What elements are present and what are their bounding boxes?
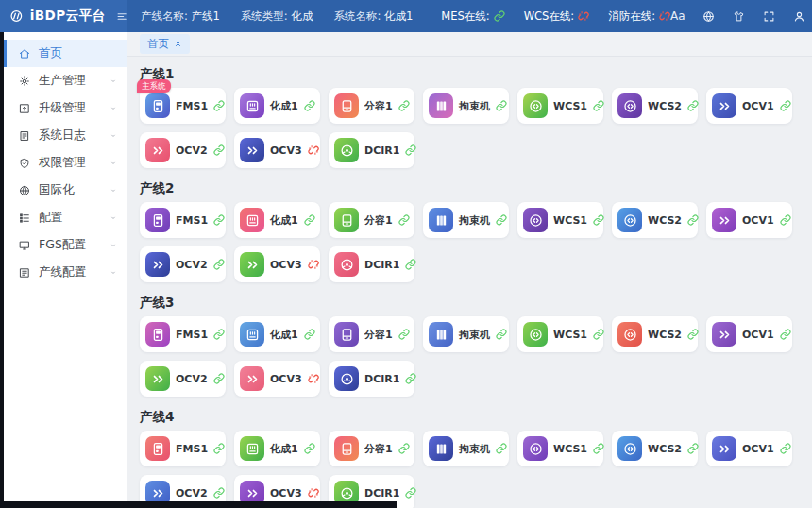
app-card[interactable]: FMS1 — [140, 431, 226, 466]
app-card[interactable]: 拘束机 — [423, 202, 509, 238]
link-icon[interactable] — [687, 100, 699, 111]
link-icon[interactable] — [593, 100, 604, 111]
app-card[interactable]: OCV3 — [234, 132, 320, 168]
link-icon[interactable] — [398, 329, 410, 340]
app-card[interactable]: WCS2 — [612, 316, 698, 352]
link-icon[interactable] — [780, 443, 791, 454]
link-icon[interactable] — [304, 214, 315, 226]
app-card[interactable]: OCV1 — [706, 88, 792, 124]
theme-button[interactable] — [732, 9, 746, 24]
card-label: 分容1 — [364, 328, 393, 342]
broken-link-icon[interactable] — [308, 259, 319, 270]
app-card[interactable]: OCV2 — [140, 361, 226, 397]
link-icon[interactable] — [213, 144, 225, 156]
link-icon[interactable] — [496, 100, 507, 111]
app-card[interactable]: OCV3 — [234, 246, 320, 282]
font-size-button[interactable]: Aa — [670, 9, 685, 23]
app-card[interactable]: 化成1 — [234, 202, 320, 238]
card-label: WCS2 — [648, 443, 682, 455]
app-card[interactable]: 分容1 — [329, 316, 414, 352]
link-icon[interactable] — [213, 487, 225, 499]
app-card[interactable]: 主系统FMS1 — [140, 88, 226, 124]
link-icon[interactable] — [687, 329, 699, 340]
link-icon[interactable] — [593, 443, 604, 454]
sidebar-item-fgs-config[interactable]: FGS配置 — [4, 231, 127, 259]
link-icon[interactable] — [687, 214, 699, 226]
link-icon[interactable] — [780, 100, 791, 111]
sidebar-item-i18n[interactable]: 国际化 — [4, 177, 127, 204]
link-icon[interactable] — [405, 487, 416, 499]
link-icon[interactable] — [593, 329, 604, 340]
link-icon[interactable] — [398, 443, 410, 454]
app-card[interactable]: 拘束机 — [423, 431, 509, 466]
sidebar-item-home[interactable]: 首页 — [4, 40, 127, 67]
link-icon[interactable] — [398, 214, 410, 226]
app-card[interactable]: 化成1 — [234, 316, 320, 352]
status-wcs-online: WCS在线: — [524, 9, 590, 24]
app-card[interactable]: OCV2 — [140, 246, 226, 282]
sidebar-item-system-logs[interactable]: 系统日志 — [4, 122, 127, 149]
chevron-down-icon — [109, 213, 118, 223]
link-icon[interactable] — [496, 329, 507, 340]
link-icon[interactable] — [405, 373, 416, 384]
fullscreen-button[interactable] — [762, 9, 776, 24]
app-card[interactable]: 分容1 — [329, 88, 414, 124]
link-icon[interactable] — [593, 214, 604, 226]
sidebar-item-config[interactable]: 配置 — [4, 204, 127, 231]
link-icon[interactable] — [213, 214, 225, 226]
app-card[interactable]: WCS1 — [517, 202, 603, 238]
link-icon[interactable] — [496, 443, 507, 454]
app-card[interactable]: OCV1 — [706, 202, 792, 238]
link-icon[interactable] — [213, 373, 225, 384]
sidebar-item-production[interactable]: 生产管理 — [4, 67, 127, 94]
sidebar-item-permissions[interactable]: 权限管理 — [4, 149, 127, 177]
app-card[interactable]: DCIR1 — [329, 246, 414, 282]
tab-close-icon[interactable] — [174, 40, 182, 48]
app-card[interactable]: WCS1 — [517, 431, 603, 466]
link-icon[interactable] — [213, 259, 225, 270]
card-label: FMS1 — [176, 329, 208, 341]
link-icon[interactable] — [780, 329, 791, 340]
app-card[interactable]: OCV3 — [234, 361, 320, 397]
link-icon[interactable] — [213, 329, 225, 340]
link-icon[interactable] — [304, 443, 315, 454]
app-card[interactable]: WCS1 — [517, 88, 603, 124]
card-label: 化成1 — [270, 328, 298, 342]
app-card[interactable]: 分容1 — [329, 431, 414, 466]
broken-link-icon[interactable] — [308, 373, 319, 384]
sidebar-collapse-icon[interactable] — [116, 9, 127, 24]
user-button[interactable] — [792, 9, 806, 24]
app-card[interactable]: 化成1 — [234, 431, 320, 466]
link-icon[interactable] — [780, 214, 791, 226]
app-card[interactable]: OCV2 — [140, 132, 226, 168]
app-card[interactable]: DCIR1 — [329, 132, 414, 168]
tab-home[interactable]: 首页 — [140, 34, 190, 54]
app-card[interactable]: 拘束机 — [423, 88, 509, 124]
app-card[interactable]: 分容1 — [329, 202, 414, 238]
app-card[interactable]: WCS2 — [612, 431, 698, 466]
broken-link-icon[interactable] — [308, 487, 319, 499]
sidebar-item-upgrade[interactable]: 升级管理 — [4, 94, 127, 122]
language-button[interactable] — [702, 9, 716, 24]
app-card[interactable]: WCS2 — [612, 88, 698, 124]
link-icon[interactable] — [405, 259, 416, 270]
app-card[interactable]: FMS1 — [140, 316, 226, 352]
link-icon[interactable] — [496, 214, 507, 226]
app-card[interactable]: 拘束机 — [423, 316, 509, 352]
link-icon[interactable] — [304, 329, 315, 340]
link-icon[interactable] — [213, 100, 225, 111]
app-card[interactable]: OCV1 — [706, 431, 792, 466]
app-card[interactable]: WCS1 — [517, 316, 603, 352]
app-card[interactable]: OCV1 — [706, 316, 792, 352]
link-icon[interactable] — [405, 144, 416, 156]
link-icon[interactable] — [687, 443, 699, 454]
app-card[interactable]: 化成1 — [234, 88, 320, 124]
link-icon[interactable] — [213, 443, 225, 454]
app-card[interactable]: DCIR1 — [329, 361, 414, 397]
broken-link-icon[interactable] — [308, 144, 319, 156]
sidebar-item-line-config[interactable]: 产线配置 — [4, 259, 127, 286]
app-card[interactable]: WCS2 — [612, 202, 698, 238]
link-icon[interactable] — [304, 100, 315, 111]
link-icon[interactable] — [398, 100, 410, 111]
app-card[interactable]: FMS1 — [140, 202, 226, 238]
